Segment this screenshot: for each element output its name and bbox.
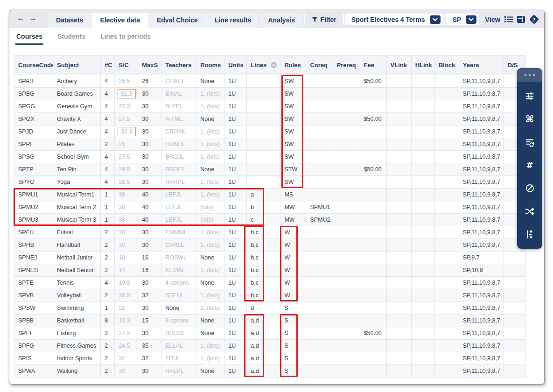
cell-units[interactable]: 1U (224, 239, 247, 252)
cell-lines[interactable]: b,c (247, 277, 280, 289)
cell-vlink[interactable] (386, 126, 411, 138)
cell-teachers[interactable]: BROSL (161, 327, 196, 340)
cell-course_code[interactable]: SPHB (14, 239, 53, 252)
cell-course_code[interactable]: SPMU3 (14, 214, 53, 226)
cell-prereq[interactable] (333, 252, 360, 264)
cell-prereq[interactable] (333, 239, 360, 252)
cell-fee[interactable] (360, 340, 386, 352)
cell-block[interactable] (434, 189, 459, 201)
cell-hlink[interactable] (411, 327, 434, 340)
cell-course_code[interactable]: SPJD (14, 126, 53, 138)
cell-coreq[interactable] (306, 113, 333, 126)
cell-years[interactable]: SP,11,10,9,8,7 (459, 163, 504, 176)
dataset-dropdown[interactable]: Sport Electives 4 Terms (345, 14, 443, 25)
cell-s_c[interactable]: 32.3 (115, 126, 138, 138)
cell-rooms[interactable]: 1, (lots) (196, 126, 224, 138)
cell-block[interactable] (434, 252, 459, 264)
cell-subject[interactable]: Pilates (53, 138, 101, 151)
cell-fee[interactable] (360, 151, 386, 163)
cell-rules[interactable]: S (280, 340, 306, 352)
cell-hlink[interactable] (411, 151, 434, 163)
cell-vlink[interactable] (386, 163, 411, 176)
cell-vlink[interactable] (386, 214, 411, 226)
cell-units[interactable]: 1U (224, 214, 247, 226)
cell-course_code[interactable]: SPAR (14, 75, 53, 88)
column-header-num_classes[interactable]: #C (101, 56, 115, 75)
cell-coreq[interactable] (306, 289, 333, 302)
cell-course_code[interactable]: SPTE (14, 277, 53, 289)
cell-num_classes[interactable]: 4 (101, 100, 115, 113)
cell-subject[interactable]: Gravity X (53, 113, 101, 126)
cell-rooms[interactable]: None (196, 315, 224, 327)
cell-lines[interactable] (247, 113, 280, 126)
cell-s_c[interactable]: 31.3 (115, 88, 138, 100)
cell-coreq[interactable] (306, 264, 333, 277)
cell-lines[interactable]: c (247, 214, 280, 226)
cell-vlink[interactable] (386, 75, 411, 88)
column-header-s_c[interactable]: S/C (115, 56, 138, 75)
cell-d_s[interactable] (504, 302, 525, 315)
list-view-icon[interactable] (504, 16, 513, 23)
cell-teachers[interactable]: CROML (161, 126, 196, 138)
cell-s_c[interactable]: 13.3 (115, 315, 138, 327)
cell-vlink[interactable] (386, 315, 411, 327)
cell-years[interactable]: SP,11,10,9,8,7 (459, 277, 504, 289)
cell-num_classes[interactable]: 4 (101, 75, 115, 88)
cell-hlink[interactable] (411, 214, 434, 226)
cell-prereq[interactable] (333, 201, 360, 214)
cell-rooms[interactable]: 1, (lots) (196, 88, 224, 100)
cell-years[interactable]: SP,11,10,9,8,7 (459, 201, 504, 214)
cell-rules[interactable]: SW (280, 75, 306, 88)
cell-hlink[interactable] (411, 189, 434, 201)
cell-hlink[interactable] (411, 239, 434, 252)
cell-rules[interactable]: SW (280, 100, 306, 113)
cell-max_s[interactable]: 30 (138, 100, 161, 113)
cell-fee[interactable]: $50.00 (360, 113, 386, 126)
cell-course_code[interactable]: SPSG (14, 151, 53, 163)
cell-hlink[interactable] (411, 365, 434, 378)
scope-dropdown[interactable]: SP (446, 14, 480, 25)
cell-units[interactable]: 1U (224, 277, 247, 289)
help-icon[interactable]: ? (529, 14, 539, 24)
cell-coreq[interactable] (306, 88, 333, 100)
cell-prereq[interactable] (333, 226, 360, 239)
column-header-lines[interactable]: Lines (247, 56, 280, 75)
cell-lines[interactable]: d (247, 302, 280, 315)
cell-years[interactable]: SP,11,10,9,8,7 (459, 340, 504, 352)
cell-prereq[interactable] (333, 340, 360, 352)
cell-rooms[interactable]: None (196, 277, 224, 289)
cell-subject[interactable]: Swimming (53, 302, 101, 315)
cell-years[interactable]: SP,11,10,9,8,7 (459, 75, 504, 88)
cell-course_code[interactable]: SPSW (14, 302, 53, 315)
cell-course_code[interactable]: SPYO (14, 176, 53, 189)
tab-datasets[interactable]: Datasets (48, 13, 91, 28)
cell-course_code[interactable]: SPBG (14, 88, 53, 100)
cell-teachers[interactable]: HALPL (161, 365, 196, 378)
cell-fee[interactable] (360, 126, 386, 138)
cell-prereq[interactable] (333, 327, 360, 340)
cell-course_code[interactable]: SPBB (14, 315, 53, 327)
cell-rooms[interactable]: None (196, 163, 224, 176)
cell-prereq[interactable] (333, 151, 360, 163)
cell-coreq[interactable] (306, 75, 333, 88)
cell-subject[interactable]: Netball Senior (53, 264, 101, 277)
cell-course_code[interactable]: SPIS (14, 352, 53, 365)
cell-num_classes[interactable]: 2 (101, 239, 115, 252)
cell-units[interactable]: 1U (224, 189, 247, 201)
cell-s_c[interactable]: 27.5 (115, 151, 138, 163)
cell-prereq[interactable] (333, 75, 360, 88)
cell-units[interactable]: 1U (224, 315, 247, 327)
forward-arrow-icon[interactable]: → (29, 14, 41, 22)
cell-rooms[interactable]: (lots) (196, 214, 224, 226)
cell-coreq[interactable] (306, 126, 333, 138)
cell-prereq[interactable] (333, 214, 360, 226)
cell-rooms[interactable]: 1, (lots) (196, 264, 224, 277)
column-layout-icon[interactable] (517, 16, 525, 23)
cell-max_s[interactable]: 16 (138, 252, 161, 264)
cell-lines[interactable]: a (247, 189, 280, 201)
cell-hlink[interactable] (411, 88, 434, 100)
cell-hlink[interactable] (411, 315, 434, 327)
cell-rooms[interactable]: 1, (lots) (196, 138, 224, 151)
cell-course_code[interactable]: SPMU2 (14, 201, 53, 214)
cell-course_code[interactable]: SPPI (14, 138, 53, 151)
